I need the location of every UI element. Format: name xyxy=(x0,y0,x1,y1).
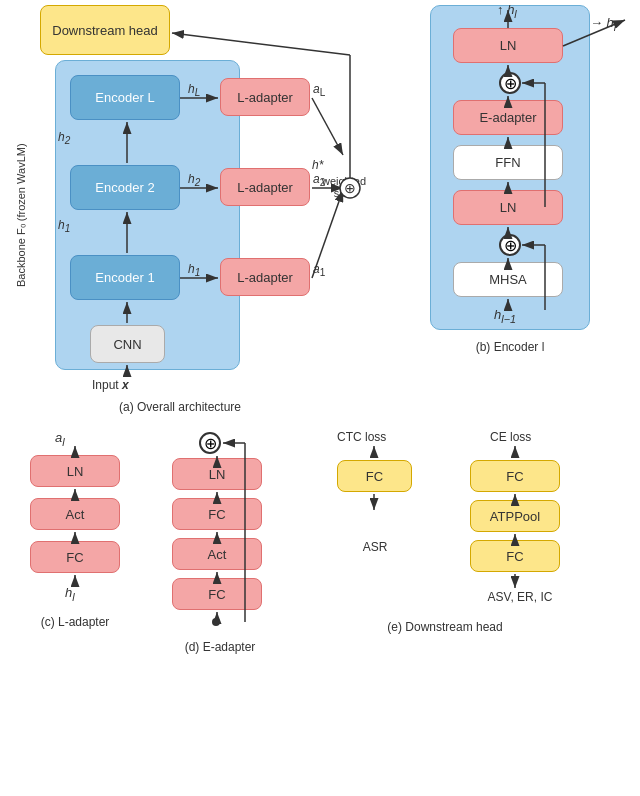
svg-line-14 xyxy=(172,33,350,55)
svg-line-10 xyxy=(312,98,343,155)
diagram-container: Backbone F₀ (frozen WavLM) Downstream he… xyxy=(0,0,640,796)
svg-text:⊕: ⊕ xyxy=(344,180,356,196)
svg-line-4 xyxy=(312,190,343,278)
svg-line-23 xyxy=(563,20,625,46)
arrows-svg: ⊕ xyxy=(0,0,640,796)
